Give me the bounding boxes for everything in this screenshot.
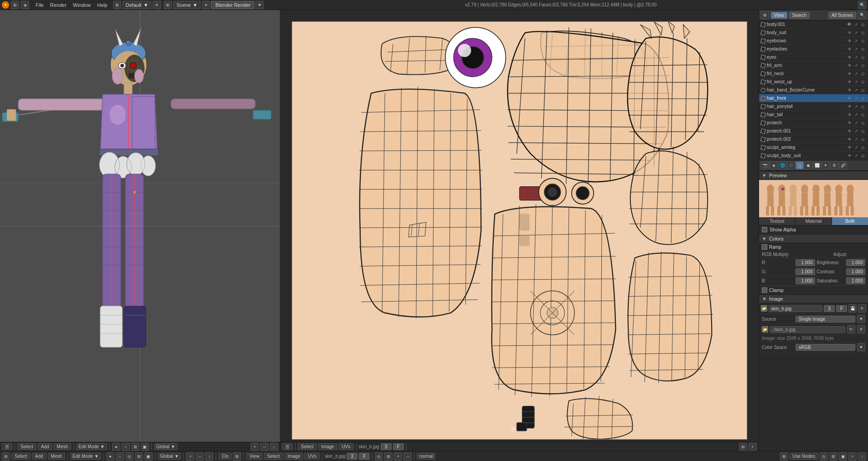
pointer-icon-sculptarmleg[interactable]: ↗	[853, 144, 859, 151]
pointer-icon-protech001[interactable]: ↗	[853, 128, 859, 134]
image-flag-f[interactable]: F	[836, 305, 847, 312]
ramp-checkbox[interactable]	[762, 244, 767, 250]
object-item-frilneck[interactable]: fril_neck 👁 ↗ ◎	[759, 70, 868, 78]
pointer-icon-eyelashes[interactable]: ↗	[853, 46, 859, 52]
object-item-frilweist[interactable]: fril_weist_up 👁 ↗ ◎	[759, 78, 868, 86]
uv-view-icon-2[interactable]: +	[749, 443, 757, 451]
render-icon-hairband[interactable]: ◎	[860, 87, 866, 93]
brightness-value[interactable]: 1.000	[846, 259, 866, 266]
bottom-select-l[interactable]: Select	[11, 453, 31, 460]
bot-icon-9[interactable]: ↕	[205, 452, 213, 461]
uv-editor[interactable]: ✛ ☰ Select Image UVs skin_b.jpg 3 F ⊞ +	[280, 10, 759, 451]
object-item-bodysuit[interactable]: body_suit 👁 ↗ ◎	[759, 29, 868, 37]
path-folder-icon[interactable]: 📁	[762, 326, 768, 333]
prop-icon-camera[interactable]: 📷	[761, 161, 769, 169]
tab-both[interactable]: Both	[832, 217, 868, 225]
clamp-checkbox[interactable]	[762, 287, 767, 293]
render-icon-sculptbodysuit[interactable]: ◎	[860, 153, 866, 159]
pointer-icon-hairponytail[interactable]: ↗	[853, 103, 859, 110]
manip-icon-1[interactable]: +	[251, 443, 259, 451]
render-icon-protech001[interactable]: ◎	[860, 128, 866, 134]
tab-material[interactable]: Material	[796, 217, 832, 225]
prop-icon-mesh[interactable]: △	[796, 161, 804, 169]
bottom-icon-1[interactable]: ⊞	[2, 452, 10, 461]
object-item-hairtail[interactable]: hair_tail 👁 ↗ ◎	[759, 111, 868, 119]
eye-icon-protech001[interactable]: 👁	[846, 128, 852, 134]
bot-icon-4[interactable]: ◎	[125, 452, 134, 461]
eye-icon-frilneck[interactable]: 👁	[846, 71, 852, 77]
eye-icon-hairband[interactable]: 👁	[846, 87, 852, 93]
viewport-menu-btn[interactable]: ☰	[2, 443, 12, 450]
eye-icon-eyes[interactable]: 👁	[846, 54, 852, 61]
file-icon[interactable]: 📁	[761, 305, 767, 312]
object-item-eyelashes[interactable]: eyelashes 👁 ↗ ◎	[759, 45, 868, 53]
object-item-sculptarmleg[interactable]: sculpt_armleg 👁 ↗ ◎	[759, 143, 868, 152]
source-dropdown[interactable]: Single Image	[796, 316, 855, 323]
pointer-icon-hairband[interactable]: ↗	[853, 87, 859, 93]
render-icon-hairponytail[interactable]: ◎	[860, 103, 866, 110]
eye-icon-sculptbodysuit[interactable]: 👁	[846, 153, 852, 159]
saturation-value[interactable]: 1.000	[846, 277, 866, 284]
viewport-select-btn[interactable]: Select	[17, 443, 36, 450]
render-icon-frilneck[interactable]: ◎	[860, 71, 866, 77]
render-icon-eyelashes[interactable]: ◎	[860, 46, 866, 52]
eye-icon-body001[interactable]: 👁	[846, 21, 852, 28]
bottom-normal[interactable]: normal	[417, 453, 435, 460]
path-field[interactable]: ./skin_b.jpg	[770, 326, 845, 333]
eye-icon-bodysuit[interactable]: 👁	[846, 30, 852, 36]
image-frame-num[interactable]: 3	[824, 305, 835, 312]
pointer-icon-eyes[interactable]: ↗	[853, 54, 859, 61]
menu-item-file[interactable]: File	[33, 1, 46, 9]
top-right-icon-1[interactable]: 🔍	[858, 1, 866, 9]
show-alpha-checkbox[interactable]	[762, 227, 767, 232]
pointer-icon-body001[interactable]: ↗	[853, 21, 859, 28]
outliner-icon[interactable]: ⊞	[761, 11, 769, 19]
prop-icon-particles[interactable]: ✦	[822, 161, 830, 169]
prop-icon-world[interactable]: 🌐	[778, 161, 786, 169]
object-item-sculptbodysuit[interactable]: sculpt_body_suit 👁 ↗ ◎	[759, 152, 868, 160]
r-value[interactable]: 1.000	[796, 259, 815, 266]
render-icon-frilweist[interactable]: ◎	[860, 79, 866, 85]
object-item-body001[interactable]: body.001 👁 ↗ ◎	[759, 20, 868, 29]
eye-icon-sculptarmleg[interactable]: 👁	[846, 144, 852, 151]
prop-icon-render[interactable]: ◈	[770, 161, 778, 169]
engine-arrow[interactable]: ▼	[255, 1, 264, 9]
pointer-icon-frilarm[interactable]: ↗	[853, 62, 859, 69]
bottom-uvs-r[interactable]: UVs	[305, 453, 320, 460]
bot-icon-3[interactable]: ○	[116, 452, 124, 461]
menu-item-window[interactable]: Window	[70, 1, 93, 9]
bot-icon-6[interactable]: ▣	[145, 452, 153, 461]
solid-icon[interactable]: ○	[122, 443, 130, 451]
viewport-icon-1[interactable]: ✕	[153, 1, 161, 9]
menu-item-help[interactable]: Help	[94, 1, 110, 9]
render-icon-sculptarmleg[interactable]: ◎	[860, 144, 866, 151]
bot-icon-19[interactable]: +	[848, 452, 857, 461]
bot-icon-16[interactable]: ◎	[820, 452, 828, 461]
eye-icon-hairponytail[interactable]: 👁	[846, 103, 852, 110]
layout-icon[interactable]: ⊞	[113, 1, 121, 9]
object-item-eyes[interactable]: eyes 👁 ↗ ◎	[759, 53, 868, 61]
use-nodes-btn[interactable]: Use Nodes	[790, 453, 818, 460]
source-dropdown-arrow[interactable]: ▼	[857, 315, 865, 323]
uv-view-icon-1[interactable]: ⊞	[739, 443, 747, 451]
bot-icon-8[interactable]: ↔	[196, 452, 204, 461]
pointer-icon-hairfront[interactable]: ↗	[853, 95, 859, 102]
wire-icon[interactable]: ⊞	[131, 443, 140, 451]
render-icon-protech[interactable]: ◎	[860, 120, 866, 126]
scene-selector[interactable]: Scene ▼	[173, 1, 201, 9]
bot-icon-7[interactable]: +	[186, 452, 194, 461]
eye-icon-hairfront[interactable]: 👁	[846, 95, 852, 102]
bottom-flag[interactable]: F	[359, 453, 370, 460]
bottom-framenum[interactable]: 3	[346, 453, 357, 460]
bottom-global[interactable]: Global ▼	[158, 453, 181, 460]
object-item-protech[interactable]: protech 👁 ↗ ◎	[759, 119, 868, 127]
pivot-dropdown[interactable]: Global ▼	[154, 443, 178, 450]
bottom-image-r[interactable]: Image	[284, 453, 304, 460]
uv-menu-btn[interactable]: ☰	[282, 443, 293, 450]
render-icon-body001[interactable]: ◎	[860, 21, 866, 28]
image-extra-icon[interactable]: ✕	[858, 304, 866, 312]
bottom-view-r[interactable]: View	[246, 453, 263, 460]
image-filename-field[interactable]: skin_b.jpg	[769, 305, 822, 312]
header-icon-2[interactable]: ◈	[21, 1, 29, 9]
viewport-mesh-btn[interactable]: Mesh	[54, 443, 71, 450]
